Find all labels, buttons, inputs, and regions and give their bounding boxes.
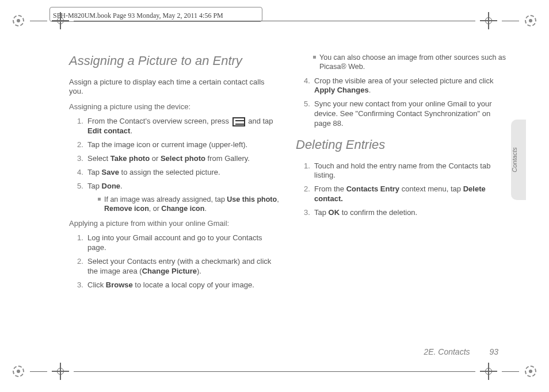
subhead-gmail: Applying a picture from within your onli… [69, 219, 280, 229]
del-step-2: 2. From the Contacts Entry context menu,… [304, 185, 506, 204]
intro-text: Assign a picture to display each time a … [69, 78, 280, 97]
gmail-step-4: 4. Crop the visible area of your selecte… [304, 76, 506, 96]
del-step-3: 3. Tap OK to confirm the deletion. [304, 208, 506, 218]
bullet-square-icon [98, 198, 101, 201]
footer-section: 2E. Contacts [424, 347, 470, 356]
sub-bullet: If an image was already assigned, tap Us… [98, 195, 280, 214]
step-2: 2. Tap the image icon or current image (… [77, 140, 280, 150]
sub-bullet-picasa: You can also choose an image from other … [313, 53, 506, 72]
menu-icon [232, 117, 245, 126]
steps-gmail: 1. Log into your Gmail account and go to… [77, 233, 280, 290]
step-3: 3. Select Take photo or Select photo fro… [77, 154, 280, 164]
page-content: Assigning a Picture to an Entry Assign a… [69, 53, 506, 294]
bullet-square-icon [313, 56, 316, 59]
crop-marks-bottom [0, 360, 549, 383]
steps-device: 1. From the Contact's overview screen, p… [77, 117, 280, 213]
gmail-step-2: 2. Select your Contacts entry (with a ch… [77, 257, 280, 276]
header-book-info: SPH-M820UM.book Page 93 Monday, May 2, 2… [53, 11, 223, 20]
page-footer: 2E. Contacts 93 [424, 347, 498, 356]
steps-gmail-cont: 4. Crop the visible area of your selecte… [304, 76, 506, 129]
crop-sun-icon [524, 14, 537, 28]
cross-mark-icon [480, 12, 497, 29]
crop-sun-icon [12, 14, 25, 28]
step-4: 4. Tap Save to assign the selected pictu… [77, 168, 280, 178]
step-5: 5. Tap Done. If an image was already ass… [77, 182, 280, 213]
del-step-1: 1. Touch and hold the entry name from th… [304, 162, 506, 181]
column-left: Assigning a Picture to an Entry Assign a… [69, 53, 280, 294]
section-title-assign: Assigning a Picture to an Entry [69, 53, 280, 70]
gmail-step-5: 5. Sync your new contact from your onlin… [304, 99, 506, 129]
steps-delete: 1. Touch and hold the entry name from th… [304, 162, 506, 218]
cross-mark-icon [480, 363, 497, 380]
gmail-step-1: 1. Log into your Gmail account and go to… [77, 233, 280, 253]
column-right: You can also choose an image from other … [296, 53, 506, 294]
step-1: 1. From the Contact's overview screen, p… [77, 117, 280, 136]
crop-sun-icon [524, 364, 537, 378]
side-tab-label: Contacts [511, 147, 518, 172]
section-title-delete: Deleting Entries [296, 137, 506, 153]
crop-sun-icon [12, 364, 25, 378]
side-tab: Contacts [511, 120, 526, 200]
gmail-step-3: 3. Click Browse to locate a local copy o… [77, 280, 280, 290]
subhead-device: Assigning a picture using the device: [69, 102, 280, 112]
footer-page: 93 [489, 347, 498, 356]
cross-mark-icon [52, 363, 69, 380]
